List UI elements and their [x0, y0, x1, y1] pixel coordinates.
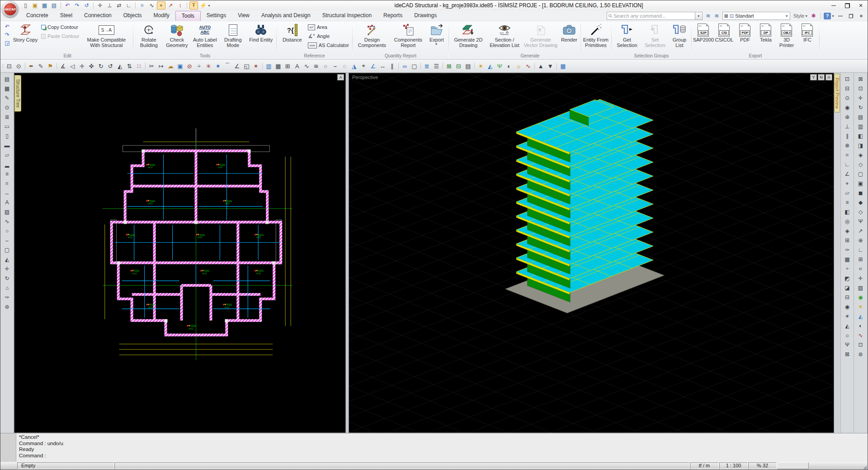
status-zoom[interactable]: % 32: [748, 462, 777, 469]
angle-button[interactable]: ∡°Angle: [306, 32, 351, 41]
command-history[interactable]: *Cancel*Command : undo/uReadyCommand :: [16, 433, 66, 462]
filter-toggle-icon[interactable]: Y: [810, 74, 817, 80]
rotate-icon[interactable]: ↻: [96, 61, 106, 71]
sun-tool-icon[interactable]: ☼: [843, 331, 852, 340]
pointer-reference-icon[interactable]: ↗: [166, 1, 175, 9]
section-plane-icon[interactable]: ⊟: [843, 293, 852, 302]
slab-tool-icon[interactable]: ▱: [2, 150, 12, 160]
open-file-icon[interactable]: ▣: [31, 1, 39, 9]
ortho-mode-icon[interactable]: ∟: [843, 160, 852, 169]
show-all-icon[interactable]: ⊠: [843, 350, 852, 359]
undo-icon[interactable]: ↶: [63, 1, 72, 9]
front-view-icon[interactable]: ▤: [856, 113, 865, 122]
offset-icon[interactable]: ▣: [175, 61, 185, 71]
generate-2d-drawing-button[interactable]: Generate 2D Drawing: [450, 22, 486, 53]
light-tool-icon[interactable]: ☀: [843, 312, 852, 321]
snap-tool-icon[interactable]: ⊙: [2, 103, 12, 112]
tab-concrete[interactable]: Concrete: [20, 11, 54, 21]
status-units[interactable]: tf / m: [690, 462, 719, 469]
move-copy-icon[interactable]: ✜: [87, 61, 96, 71]
polyline-tool-icon[interactable]: ∿: [2, 217, 12, 226]
mirror-icon[interactable]: ◭: [115, 61, 125, 71]
walkthrough-icon[interactable]: Ψ: [856, 217, 865, 226]
stairs-tool-icon[interactable]: ≡: [2, 169, 12, 179]
left-view-icon[interactable]: ◧: [856, 132, 865, 141]
tab-structural-inspection[interactable]: Structural Inspection: [316, 11, 377, 21]
paste-flag-icon[interactable]: ⚑: [46, 61, 55, 71]
intersect-icon[interactable]: ✶: [213, 61, 223, 71]
capture-view-icon[interactable]: ⊡: [856, 340, 865, 349]
dynamic-input-icon[interactable]: ▱: [843, 188, 852, 197]
excel-export-icon[interactable]: ⊠: [444, 61, 454, 71]
standard-style-combo[interactable]: ⊠ ⊡ Standart ▼: [722, 12, 790, 20]
schedule-grid-icon[interactable]: ▦: [274, 61, 283, 71]
zoom-window-icon[interactable]: ⊡: [5, 61, 14, 71]
intersection-snap-icon[interactable]: ⊕: [843, 113, 852, 122]
text-tool-icon[interactable]: A: [2, 198, 12, 207]
polar-tracking-icon[interactable]: ∠: [843, 169, 852, 179]
copy-contour-button[interactable]: Copy Contour: [39, 23, 81, 32]
auto-label-entities-button[interactable]: AUTOABC Auto Label Entities: [191, 22, 219, 53]
annotation-scale-icon[interactable]: ✑: [843, 245, 852, 254]
section-elevation-list-button[interactable]: Section / Elevation List: [486, 22, 523, 53]
options-tool-icon[interactable]: ⊚: [2, 302, 12, 311]
export-tekla-button[interactable]: ←DP Tekla: [755, 22, 776, 53]
redo-icon[interactable]: ↷: [73, 1, 81, 9]
light-icon[interactable]: ☀: [476, 61, 486, 71]
camera-tool-icon[interactable]: ◉: [843, 302, 852, 311]
perpendicular-osnap-icon[interactable]: ⊥: [843, 122, 852, 131]
perspective-viewport[interactable]: Perspective YNA: [349, 73, 834, 433]
center-snap-icon[interactable]: ⊙: [843, 94, 852, 103]
undo-window-mini-button[interactable]: ◲: [3, 39, 11, 47]
dimension-icon[interactable]: ↔: [378, 61, 387, 71]
structure-panel-icon[interactable]: ▦: [2, 84, 12, 93]
export-3d-printer-button[interactable]: ←OBJ 3D Printer: [776, 22, 797, 53]
move-tool-icon[interactable]: ✛: [2, 264, 12, 273]
search-input[interactable]: [613, 13, 693, 19]
zoom-win-icon[interactable]: ⊡: [856, 84, 865, 93]
polygon-select-icon[interactable]: ◁: [68, 61, 77, 71]
node-snap-icon[interactable]: ◉: [843, 103, 852, 112]
redo-mini-button[interactable]: ↷: [3, 31, 11, 38]
sketch-cloud-icon[interactable]: ◌: [340, 61, 349, 71]
angle-dim-icon[interactable]: ∠: [368, 61, 378, 71]
export-report-button[interactable]: Export ▼: [426, 22, 447, 53]
export-sap2000-button[interactable]: ←S2P SAP2000: [693, 22, 714, 53]
mdi-restore-button[interactable]: [846, 12, 855, 20]
floor-plan-canvas[interactable]: D101d=12D101d=12D101d=12D101d=12D101d=12…: [14, 73, 345, 432]
edit-region-icon[interactable]: ◱: [242, 61, 251, 71]
workspace-icon[interactable]: ▦: [843, 255, 852, 264]
transparency-icon[interactable]: ◧: [843, 207, 852, 216]
steering-wheel-icon[interactable]: ⊕: [856, 236, 865, 245]
tab-connection[interactable]: Connection: [78, 11, 118, 21]
pan-icon[interactable]: ✛: [856, 94, 865, 103]
tab-steel[interactable]: Steel: [54, 11, 78, 21]
hatch-tool-icon[interactable]: ▨: [2, 207, 12, 216]
style-dropdown-icon[interactable]: ▼: [805, 14, 808, 18]
edit-tool-icon[interactable]: ✎: [2, 94, 12, 103]
camera-path-icon[interactable]: ∿: [524, 61, 533, 71]
data-grid-icon[interactable]: ⊞: [283, 61, 292, 71]
find-entity-button[interactable]: Find Entity: [247, 22, 275, 53]
background-set-icon[interactable]: ▨: [856, 283, 865, 292]
polyline-icon[interactable]: ∿: [302, 61, 311, 71]
generate-vector-drawing-button[interactable]: Generate Vector Drawing: [523, 22, 559, 53]
mdi-minimize-button[interactable]: [836, 12, 845, 20]
revision-cloud-icon[interactable]: ☁: [166, 61, 175, 71]
midpoint-snap-icon[interactable]: ⊟: [843, 84, 852, 93]
3d-osnap-icon[interactable]: ◈: [843, 226, 852, 235]
tab-drawings[interactable]: Drawings: [408, 11, 443, 21]
dimension-tool-icon[interactable]: ↔: [2, 188, 12, 197]
tab-tools[interactable]: Tools: [175, 11, 201, 21]
fly-mode-icon[interactable]: ↗: [856, 226, 865, 235]
lineweight-display-icon[interactable]: ≡: [843, 198, 852, 207]
status-scale[interactable]: 1 : 100: [719, 462, 748, 469]
structure-tree-tab[interactable]: Structure Tree: [14, 75, 21, 112]
axes-corner-icon[interactable]: A: [337, 74, 344, 80]
quick-command-icon[interactable]: ⚡: [199, 1, 208, 9]
swap-direction-icon[interactable]: ⇄: [115, 1, 123, 9]
perpendicular-snap-icon[interactable]: ⊥: [105, 1, 114, 9]
move-icon[interactable]: ✛: [77, 61, 87, 71]
rectangle-tool-icon[interactable]: ▢: [2, 245, 12, 254]
array-icon[interactable]: ∷: [134, 61, 144, 71]
